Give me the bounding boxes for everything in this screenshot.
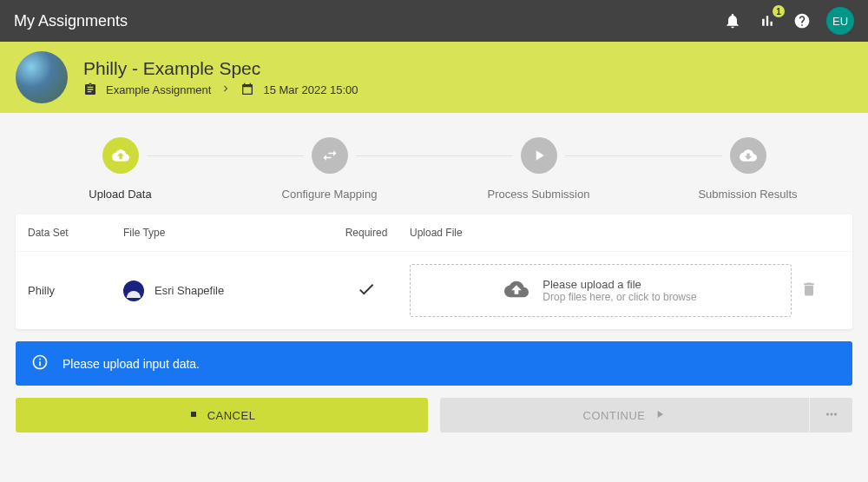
dropzone-subtitle: Drop files here, or click to browse — [542, 291, 696, 303]
file-dropzone[interactable]: Please upload a file Drop files here, or… — [410, 264, 792, 317]
stats-badge: 1 — [773, 5, 785, 17]
step-label: Upload Data — [89, 188, 151, 201]
stats-icon[interactable]: 1 — [757, 10, 778, 31]
cloud-upload-icon — [504, 277, 529, 304]
dataset-name: Philly — [28, 284, 123, 297]
step-process-submission — [521, 137, 557, 174]
delete-icon[interactable] — [800, 281, 835, 300]
calendar-icon — [240, 83, 254, 96]
stop-icon — [188, 409, 199, 422]
step-upload-data[interactable] — [102, 137, 139, 174]
info-icon — [31, 353, 49, 373]
filetype-label: Esri Shapefile — [155, 284, 224, 297]
required-check-icon — [323, 280, 410, 301]
chevron-right-icon — [220, 83, 232, 97]
avatar[interactable]: EU — [826, 7, 854, 35]
globe-icon — [123, 281, 144, 301]
more-horizontal-icon — [824, 406, 839, 425]
step-label: Submission Results — [698, 188, 797, 201]
breadcrumb-date: 15 Mar 2022 15:00 — [263, 83, 358, 96]
dropzone-title: Please upload a file — [542, 278, 696, 291]
breadcrumb: Example Assignment 15 Mar 2022 15:00 — [83, 83, 358, 97]
cancel-button[interactable]: CANCEL — [16, 398, 428, 432]
help-icon[interactable] — [792, 10, 812, 31]
breadcrumb-assignment[interactable]: Example Assignment — [106, 83, 211, 96]
step-submission-results — [730, 137, 766, 174]
play-icon — [654, 408, 666, 423]
step-label: Process Submission — [488, 188, 590, 201]
spec-title: Philly - Example Spec — [83, 58, 358, 79]
assignment-icon — [83, 83, 97, 96]
alert-message: Please upload input data. — [62, 357, 200, 371]
step-configure-mapping — [312, 137, 348, 174]
notifications-icon[interactable] — [722, 10, 743, 31]
step-label: Configure Mapping — [282, 188, 378, 201]
continue-button: CONTINUE — [440, 398, 809, 432]
page-title: My Assignments — [14, 12, 722, 30]
table-row: Philly Esri Shapefile Please upload a fi… — [16, 252, 852, 329]
spec-thumbnail — [16, 51, 68, 103]
info-alert: Please upload input data. — [16, 341, 852, 386]
table-header: Data Set File Type Required Upload File — [16, 215, 852, 252]
more-actions-button[interactable] — [809, 398, 852, 432]
